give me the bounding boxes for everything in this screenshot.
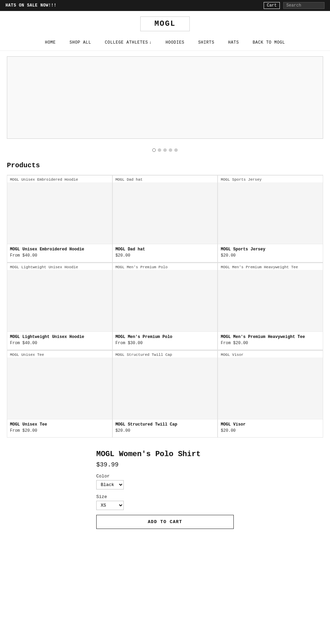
chevron-down-icon: ↓ (149, 40, 152, 45)
product-price: From $40.00 (10, 341, 109, 346)
main-nav: HOME SHOP ALL COLLEGE ATHLETES ↓ HOODIES… (0, 37, 330, 51)
products-grid: MOGL Unisex Embroidered Hoodie MOGL Unis… (7, 175, 323, 438)
nav-college-athletes-label: COLLEGE ATHLETES (105, 40, 148, 45)
product-card-top-label: MOGL Visor (218, 350, 323, 358)
product-price: $20.00 (116, 428, 215, 433)
nav-back-to-mogl[interactable]: BACK TO MOGL (253, 40, 285, 45)
product-name: MOGL Sports Jersey (221, 247, 320, 252)
list-item[interactable]: MOGL Sports Jersey MOGL Sports Jersey $2… (218, 175, 323, 262)
product-price: From $20.00 (221, 341, 320, 346)
product-card-top-label: MOGL Unisex Tee (7, 350, 112, 358)
product-image (218, 270, 323, 332)
top-bar: HATS ON SALE NOW!!! Cart (0, 0, 330, 11)
carousel-dots (0, 144, 330, 156)
nav-shop-all[interactable]: SHOP ALL (69, 40, 91, 45)
nav-hats[interactable]: HATS (228, 40, 239, 45)
product-name: MOGL Visor (221, 422, 320, 427)
product-name: MOGL Unisex Tee (10, 422, 109, 427)
nav-home[interactable]: HOME (45, 40, 56, 45)
nav-college-athletes[interactable]: COLLEGE ATHLETES ↓ (105, 40, 152, 45)
products-section-title: Products (7, 161, 323, 169)
logo-bar: MOGL (0, 11, 330, 37)
carousel-dot-2[interactable] (158, 148, 161, 152)
product-price: From $30.00 (116, 341, 215, 346)
carousel-dot-4[interactable] (169, 148, 172, 152)
product-card-top-label: MOGL Unisex Embroidered Hoodie (7, 175, 112, 182)
logo[interactable]: MOGL (140, 16, 190, 31)
carousel-dot-1[interactable] (152, 148, 156, 152)
top-bar-right: Cart (264, 2, 324, 9)
product-card-top-label: MOGL Dad hat (113, 175, 218, 182)
product-card-top-label: MOGL Sports Jersey (218, 175, 323, 182)
search-input[interactable] (283, 2, 324, 9)
product-name: MOGL Lightweight Unisex Hoodie (10, 335, 109, 339)
products-section: Products MOGL Unisex Embroidered Hoodie … (0, 156, 330, 443)
product-price: $20.00 (116, 253, 215, 258)
carousel-dot-3[interactable] (163, 148, 167, 152)
cart-button[interactable]: Cart (264, 2, 280, 9)
color-label: Color (96, 474, 234, 479)
add-to-cart-button[interactable]: ADD TO CART (96, 515, 234, 529)
product-card-top-label: MOGL Structured Twill Cap (113, 350, 218, 358)
list-item[interactable]: MOGL Lightweight Unisex Hoodie MOGL Ligh… (7, 262, 112, 350)
product-detail-title: MOGL Women's Polo Shirt (96, 450, 234, 459)
product-price: From $40.00 (10, 253, 109, 258)
product-image (7, 270, 112, 332)
nav-shirts[interactable]: SHIRTS (198, 40, 214, 45)
list-item[interactable]: MOGL Visor MOGL Visor $20.00 (218, 350, 323, 438)
hero-banner (7, 56, 323, 139)
product-price: $20.00 (221, 428, 320, 433)
product-image (218, 358, 323, 419)
size-label: Size (96, 494, 234, 499)
nav-hoodies[interactable]: HOODIES (166, 40, 185, 45)
product-detail-section: MOGL Women's Polo Shirt $39.99 Color Bla… (0, 443, 330, 543)
list-item[interactable]: MOGL Unisex Embroidered Hoodie MOGL Unis… (7, 175, 112, 262)
product-image (7, 358, 112, 419)
product-price: $20.00 (221, 253, 320, 258)
product-name: MOGL Men's Premium Polo (116, 335, 215, 339)
list-item[interactable]: MOGL Unisex Tee MOGL Unisex Tee From $20… (7, 350, 112, 438)
product-card-top-label: MOGL Lightweight Unisex Hoodie (7, 263, 112, 270)
sale-banner-text: HATS ON SALE NOW!!! (6, 3, 56, 8)
carousel-dot-5[interactable] (174, 148, 178, 152)
product-card-top-label: MOGL Men's Premium Polo (113, 263, 218, 270)
product-image (113, 182, 218, 244)
color-select[interactable]: Black White Navy Red (96, 480, 124, 489)
product-image (218, 182, 323, 244)
product-detail-price: $39.99 (96, 461, 234, 468)
list-item[interactable]: MOGL Structured Twill Cap MOGL Structure… (112, 350, 218, 438)
list-item[interactable]: MOGL Dad hat MOGL Dad hat $20.00 (112, 175, 218, 262)
product-card-top-label: MOGL Men's Premium Heavyweight Tee (218, 263, 323, 270)
product-image (7, 182, 112, 244)
list-item[interactable]: MOGL Men's Premium Heavyweight Tee MOGL … (218, 262, 323, 350)
product-price: From $20.00 (10, 428, 109, 433)
product-name: MOGL Unisex Embroidered Hoodie (10, 247, 109, 252)
size-select[interactable]: XS S M L XL XXL (96, 501, 124, 510)
product-name: MOGL Structured Twill Cap (116, 422, 215, 427)
product-image (113, 270, 218, 332)
product-name: MOGL Men's Premium Heavyweight Tee (221, 335, 320, 339)
list-item[interactable]: MOGL Men's Premium Polo MOGL Men's Premi… (112, 262, 218, 350)
product-image (113, 358, 218, 419)
product-name: MOGL Dad hat (116, 247, 215, 252)
